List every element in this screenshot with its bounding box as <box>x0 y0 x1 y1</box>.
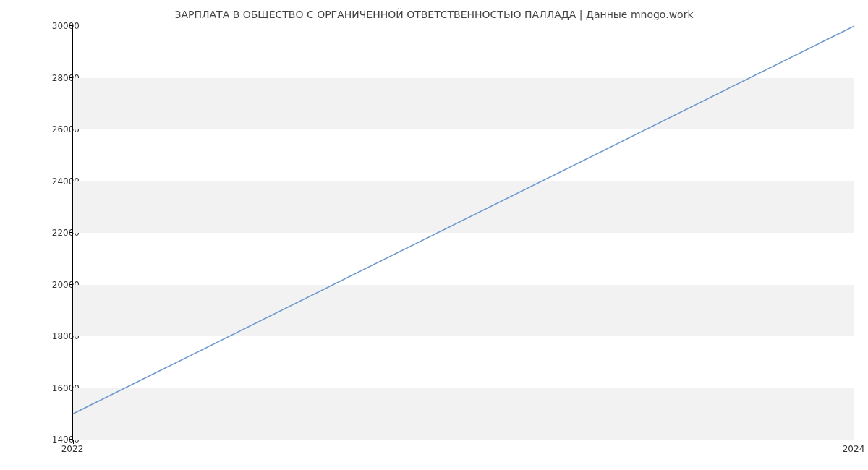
x-tick-label: 2022 <box>61 444 84 454</box>
y-tick-label: 16000 <box>22 383 80 393</box>
chart-container: ЗАРПЛАТА В ОБЩЕСТВО С ОРГАНИЧЕННОЙ ОТВЕТ… <box>0 0 868 470</box>
plot-area <box>72 26 854 440</box>
y-tick-label: 30000 <box>22 21 80 31</box>
chart-title: ЗАРПЛАТА В ОБЩЕСТВО С ОРГАНИЧЕННОЙ ОТВЕТ… <box>0 9 868 20</box>
y-tick-label: 26000 <box>22 124 80 134</box>
y-tick-label: 18000 <box>22 331 80 341</box>
x-tick <box>73 440 74 444</box>
y-tick-label: 20000 <box>22 280 80 290</box>
x-tick <box>854 440 854 444</box>
svg-line-0 <box>73 26 854 414</box>
y-tick-label: 14000 <box>22 435 80 445</box>
y-tick-label: 28000 <box>22 73 80 83</box>
data-line <box>73 26 854 440</box>
x-tick-label: 2024 <box>843 444 865 454</box>
y-tick-label: 24000 <box>22 176 80 187</box>
y-tick-label: 22000 <box>22 228 80 238</box>
